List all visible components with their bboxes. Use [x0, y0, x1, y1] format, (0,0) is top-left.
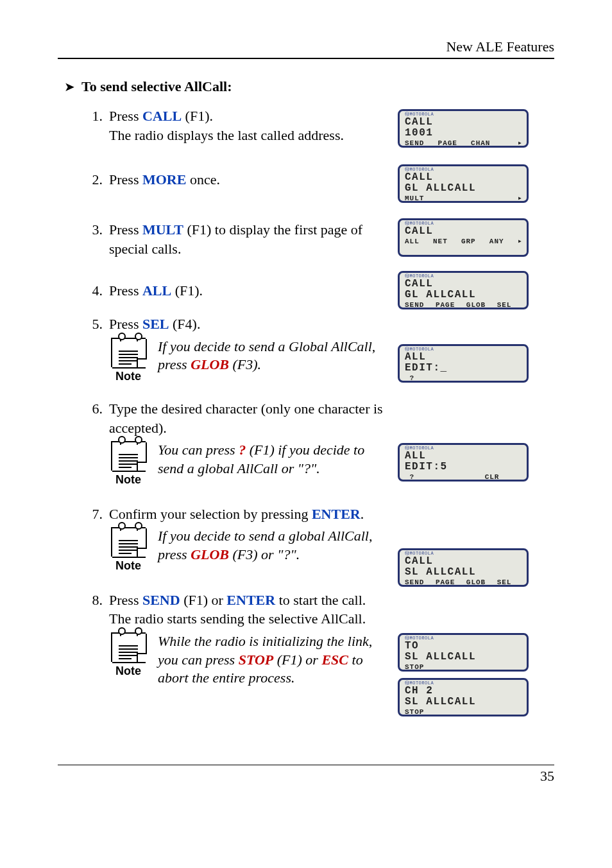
lcd-line2: 1001	[405, 128, 523, 139]
keyword-glob: GLOB	[191, 546, 229, 562]
note-text: If you decide to send a global AllCall, …	[158, 527, 385, 564]
text: (F1) or	[273, 652, 321, 668]
note-text: If you decide to send a Global AllCall, …	[158, 338, 385, 374]
text: (F4).	[169, 316, 201, 332]
lcd-screen-2: ⓂMOTOROLA CALL GL ALLCALL MULT ▸	[398, 164, 529, 203]
step-number: 1.	[83, 107, 109, 144]
lcd-softkeys: ALL NET GRP ANY ▸	[405, 237, 523, 246]
step-7: 7. Confirm your selection by pressing EN…	[83, 505, 385, 524]
more-icon: ▸	[518, 238, 523, 245]
note-icon	[111, 338, 146, 367]
note-icon	[111, 527, 146, 557]
step-number: 5.	[83, 315, 109, 334]
lcd-screen-5: ⓂMOTOROLA ALL EDIT:_ ?	[398, 344, 529, 383]
pointer-icon: ➤	[64, 78, 75, 95]
lcd-line2: GL ALLCALL	[405, 183, 523, 194]
softkey-f3: GRP	[461, 237, 476, 246]
note-label: Note	[115, 558, 141, 573]
keyword-all: ALL	[142, 282, 171, 299]
text: You can press	[158, 442, 239, 458]
text: Press	[109, 221, 142, 238]
note-icon-wrap: Note	[109, 338, 148, 384]
keyword-more: MORE	[142, 171, 186, 187]
lcd-line2: SL ALLCALL	[405, 697, 523, 707]
lcd-softkeys: SEND PAGE GLOB SEL	[405, 300, 523, 309]
softkey-f1: STOP	[405, 663, 424, 672]
lcd-line2: GL ALLCALL	[405, 290, 523, 300]
text: (F3) or "?".	[229, 546, 300, 562]
softkey-f2: PAGE	[436, 300, 455, 309]
lcd-screen-3: ⓂMOTOROLA CALL ALL NET GRP ANY ▸	[398, 218, 529, 257]
step-number: 8.	[83, 591, 109, 629]
keyword-enter: ENTER	[312, 506, 361, 522]
text: Confirm your selection by pressing	[109, 506, 312, 522]
text: Press	[109, 282, 142, 299]
step-number: 6.	[83, 399, 109, 437]
step-number: 7.	[83, 505, 109, 524]
note-icon	[111, 632, 146, 662]
lcd-softkeys: ?	[405, 374, 523, 383]
lcd-line1: TO	[405, 641, 523, 652]
note-6: Note You can press ? (F1) if you decide …	[109, 441, 385, 487]
step-6: 6. Type the desired character (only one …	[83, 399, 385, 437]
section-title: To send selective AllCall:	[81, 78, 232, 95]
page-number: 35	[540, 768, 554, 784]
page-header: New ALE Features	[58, 39, 554, 59]
lcd-line2: SL ALLCALL	[405, 652, 523, 663]
more-icon: ▸	[518, 195, 523, 202]
lcd-line1: CH 2	[405, 686, 523, 697]
step-body: Confirm your selection by pressing ENTER…	[109, 505, 385, 524]
keyword-enter: ENTER	[226, 592, 275, 608]
softkey-f1: SEND	[405, 578, 424, 587]
softkey-f4: SEL	[497, 578, 512, 587]
lcd-softkeys: SEND PAGE GLOB SEL	[405, 578, 523, 587]
softkey-f1: ?	[405, 473, 414, 482]
text: (F1) or	[180, 592, 227, 608]
lcd-screen-8: ⓂMOTOROLA TO SL ALLCALL STOP	[398, 633, 529, 672]
step-3: 3. Press MULT (F1) to display the first …	[83, 220, 385, 258]
note-5: Note If you decide to send a Global AllC…	[109, 338, 385, 384]
note-icon-wrap: Note	[109, 632, 148, 679]
lcd-screen-1: ⓂMOTOROLA CALL 1001 SEND PAGE CHAN ▸	[398, 109, 529, 148]
note-icon	[111, 441, 146, 471]
more-icon: ▸	[518, 139, 523, 147]
softkey-f3: GLOB	[466, 300, 486, 309]
step-number: 4.	[83, 281, 109, 300]
lcd-screen-6: ⓂMOTOROLA ALL EDIT:5 ? CLR	[398, 443, 529, 482]
note-label: Note	[115, 472, 141, 487]
softkey-f1: MULT	[405, 194, 424, 203]
step-1: 1. Press CALL (F1). The radio displays t…	[83, 107, 385, 144]
lcd-line1: ALL	[405, 451, 523, 462]
page: New ALE Features ➤ To send selective All…	[0, 0, 612, 817]
softkey-f2: PAGE	[438, 139, 457, 148]
softkey-f4: ANY	[489, 237, 504, 246]
softkey-f1: ALL	[405, 237, 420, 246]
keyword-mult: MULT	[142, 221, 183, 238]
keyword-stop: STOP	[239, 652, 274, 668]
steps-column: 1. Press CALL (F1). The radio displays t…	[58, 107, 385, 688]
step-2: 2. Press MORE once.	[83, 170, 385, 189]
text: Press	[109, 108, 142, 124]
step-body: Press CALL (F1). The radio displays the …	[109, 107, 385, 144]
step-body: Press MULT (F1) to display the first pag…	[109, 220, 385, 258]
keyword-question: ?	[239, 442, 246, 458]
note-label: Note	[115, 663, 141, 679]
lcd-line2: SL ALLCALL	[405, 567, 523, 578]
step-body: Type the desired character (only one cha…	[109, 399, 385, 437]
text: (F3).	[229, 356, 261, 372]
step-number: 2.	[83, 170, 109, 189]
step-body: Press MORE once.	[109, 170, 385, 189]
lcd-line2: EDIT:_	[405, 363, 523, 374]
lcd-screen-4: ⓂMOTOROLA CALL GL ALLCALL SEND PAGE GLOB…	[398, 271, 529, 309]
lcd-softkeys: STOP	[405, 663, 523, 672]
keyword-esc: ESC	[321, 652, 348, 668]
text: (F1).	[182, 108, 213, 124]
step-body: Press SEND (F1) or ENTER to start the ca…	[109, 591, 385, 629]
step-4: 4. Press ALL (F1).	[83, 281, 385, 300]
note-7: Note If you decide to send a global AllC…	[109, 527, 385, 573]
keyword-call: CALL	[142, 108, 182, 124]
step-5: 5. Press SEL (F4).	[83, 315, 385, 334]
page-footer: 35	[58, 765, 554, 785]
text: (F1).	[171, 282, 203, 299]
lcd-line1: CALL	[405, 279, 523, 290]
